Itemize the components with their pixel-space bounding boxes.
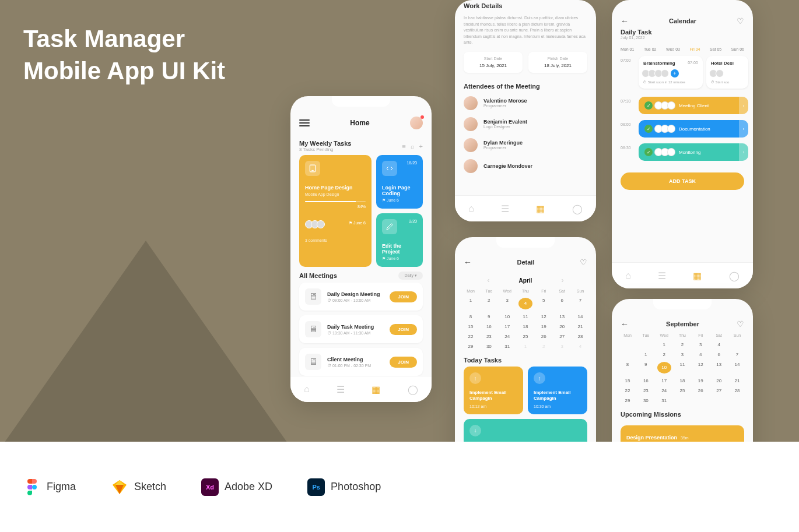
calendar-day[interactable]: 15 [464, 324, 478, 329]
hotel-card[interactable]: Hotel Desi ⏱ Start soo [706, 56, 748, 89]
meeting-card[interactable]: 🖥Daily Design Meeting⏱ 09:00 AM - 10:00 … [299, 283, 423, 311]
calendar-day[interactable]: 25 [518, 334, 532, 339]
chevron-right-icon[interactable]: › [739, 120, 748, 138]
calendar-day[interactable]: 10 [500, 314, 514, 319]
calendar-day[interactable]: 28 [730, 388, 744, 393]
today-card[interactable]: ↑ Implement Email Campagin10:30 am [528, 367, 587, 414]
nav-home-icon[interactable]: ⌂ [625, 270, 631, 281]
calendar-day[interactable]: 29 [621, 398, 635, 403]
calendar-day[interactable]: 1 [464, 298, 478, 309]
calendar-day[interactable]: 9 [639, 362, 653, 374]
calendar-day[interactable]: 12 [537, 314, 551, 319]
calendar-day[interactable]: 5 [537, 298, 551, 309]
calendar-day[interactable]: 21 [730, 378, 744, 383]
calendar-day[interactable]: 26 [537, 334, 551, 339]
meeting-card[interactable]: 🖥Daily Task Meeting⏱ 10:30 AM - 11:30 AM… [299, 315, 423, 343]
calendar-day[interactable]: 10 [657, 362, 671, 374]
chevron-right-icon[interactable]: › [739, 143, 748, 161]
add-task-button[interactable]: ADD TASK [621, 172, 744, 190]
calendar-day[interactable]: 24 [657, 388, 671, 393]
calendar-day[interactable]: 12 [693, 362, 707, 374]
attendee-row[interactable]: Dylan MeringueProgrammer [455, 135, 596, 156]
today-card[interactable]: ↑ Implement Email Campagin10:12 am [464, 367, 523, 414]
nav-calendar-icon[interactable]: ▦ [693, 270, 702, 281]
calendar-day[interactable]: 2 [657, 352, 671, 357]
calendar-day[interactable]: 1 [518, 344, 532, 349]
day-tab[interactable]: Fri 04 [690, 47, 700, 51]
calendar-day[interactable]: 17 [500, 324, 514, 329]
calendar-day[interactable]: 14 [730, 362, 744, 374]
join-button[interactable]: JOIN [390, 357, 417, 368]
calendar-day[interactable]: 15 [621, 378, 635, 383]
nav-calendar-icon[interactable]: ▦ [536, 203, 545, 214]
calendar-day[interactable]: 7 [730, 352, 744, 357]
calendar-day[interactable]: 24 [500, 334, 514, 339]
calendar-day[interactable] [730, 342, 744, 347]
calendar-day[interactable]: 31 [500, 344, 514, 349]
calendar-day[interactable] [639, 342, 653, 347]
calendar-day[interactable]: 20 [555, 324, 569, 329]
calendar-day[interactable]: 11 [518, 314, 532, 319]
calendar-day[interactable]: 8 [464, 314, 478, 319]
add-icon[interactable]: + [419, 143, 423, 150]
next-month-icon[interactable]: › [561, 276, 563, 284]
join-button[interactable]: JOIN [390, 324, 417, 335]
calendar-day[interactable]: 28 [573, 334, 587, 339]
calendar-day[interactable]: 6 [712, 352, 726, 357]
calendar-day[interactable]: 14 [573, 314, 587, 319]
calendar-day[interactable]: 30 [639, 398, 653, 403]
calendar-day[interactable]: 13 [712, 362, 726, 374]
calendar-day[interactable]: 16 [482, 324, 496, 329]
attendee-row[interactable]: Carnegie Mondover [455, 156, 596, 177]
calendar-day[interactable]: 23 [482, 334, 496, 339]
calendar-day[interactable]: 2 [482, 298, 496, 309]
calendar-day[interactable]: 13 [555, 314, 569, 319]
nav-home-icon[interactable]: ⌂ [468, 203, 474, 214]
calendar-day[interactable]: 3 [555, 344, 569, 349]
calendar-day[interactable]: 27 [555, 334, 569, 339]
search-icon[interactable]: ⌕ [411, 143, 415, 150]
calendar-day[interactable] [621, 342, 635, 347]
avatar[interactable] [410, 117, 423, 129]
calendar-day[interactable]: 18 [518, 324, 532, 329]
calendar-day[interactable]: 21 [573, 324, 587, 329]
bell-icon[interactable]: ♡ [580, 258, 587, 267]
calendar-day[interactable]: 1 [657, 342, 671, 347]
task-card-home-design[interactable]: Home Page Design Mobile App Design 84% ⚑… [299, 155, 372, 267]
day-tab[interactable]: Sun 06 [731, 47, 744, 51]
back-icon[interactable]: ← [621, 16, 629, 26]
calendar-day[interactable]: 25 [675, 388, 689, 393]
calendar-day[interactable]: 31 [657, 398, 671, 403]
chevron-right-icon[interactable]: › [739, 97, 748, 114]
calendar-day[interactable]: 2 [537, 344, 551, 349]
event-card[interactable]: ✓Documentation› [639, 120, 748, 138]
nav-profile-icon[interactable]: ◯ [408, 384, 418, 395]
calendar-day[interactable]: 17 [657, 378, 671, 383]
nav-list-icon[interactable]: ☰ [658, 270, 666, 281]
calendar-day[interactable] [693, 398, 707, 403]
bell-icon[interactable]: ♡ [737, 319, 744, 329]
back-icon[interactable]: ← [464, 258, 472, 267]
calendar-day[interactable]: 4 [712, 342, 726, 347]
calendar-day[interactable]: 3 [693, 342, 707, 347]
event-card[interactable]: ✓Monitoring› [639, 143, 748, 161]
calendar-day[interactable]: 18 [675, 378, 689, 383]
filter-icon[interactable]: ≡ [402, 143, 405, 150]
task-card-edit-project[interactable]: 2/20 Edit the Project ⚑ June 6 [376, 213, 423, 267]
calendar-day[interactable]: 4 [693, 352, 707, 357]
calendar-day[interactable]: 3 [500, 298, 514, 309]
calendar-day[interactable]: 16 [639, 378, 653, 383]
calendar-day[interactable]: 29 [464, 344, 478, 349]
calendar-day[interactable] [621, 352, 635, 357]
nav-profile-icon[interactable]: ◯ [729, 270, 740, 281]
nav-list-icon[interactable]: ☰ [337, 384, 345, 395]
calendar-day[interactable]: 19 [693, 378, 707, 383]
bell-icon[interactable]: ♡ [737, 16, 744, 26]
calendar-day[interactable] [675, 398, 689, 403]
back-icon[interactable]: ← [621, 319, 629, 329]
calendar-day[interactable]: 26 [693, 388, 707, 393]
day-tab[interactable]: Wed 03 [666, 47, 680, 51]
brainstorm-card[interactable]: Brainstorming 07:00 + ⏱ Start soon in 12… [639, 56, 703, 89]
join-button[interactable]: JOIN [390, 291, 417, 302]
day-tab[interactable]: Mon 01 [621, 47, 634, 51]
